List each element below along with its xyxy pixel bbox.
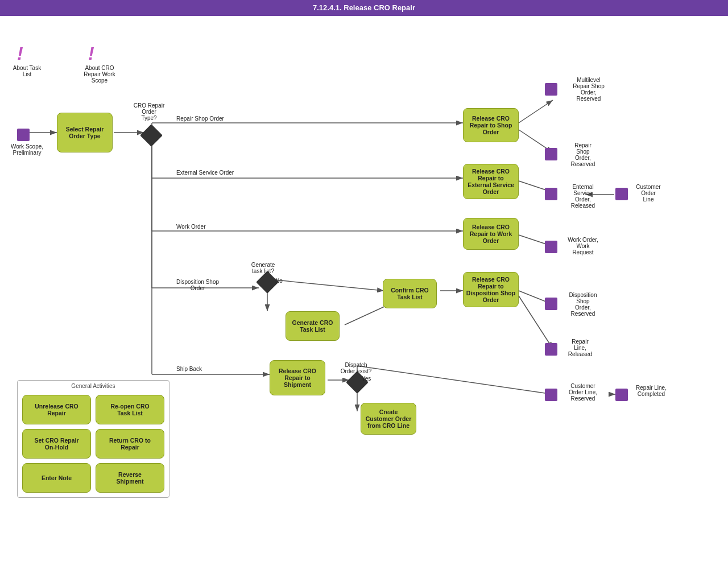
release-disposition-box[interactable]: Release CRORepair toDisposition ShopOrde… <box>463 272 519 307</box>
general-activities-title: General Activities <box>18 381 169 393</box>
dispatch-question-label: DispatchOrder exist? <box>336 362 377 374</box>
order-type-diamond <box>140 124 163 147</box>
about-task-exclaim: ! <box>17 43 23 64</box>
about-cro-exclaim: ! <box>88 43 94 64</box>
create-customer-box[interactable]: CreateCustomer Orderfrom CRO Line <box>361 403 416 435</box>
repair-line-released-label: RepairLine,Released <box>557 339 603 357</box>
repair-shop-order-label: Repair Shop Order <box>176 115 224 122</box>
customer-order-reserved-sq <box>545 389 557 401</box>
external-service-label: External Service Order <box>176 170 234 176</box>
customer-order-reserved-label: CustomerOrder Line,Reserved <box>557 383 609 402</box>
disposition-shop-label: Disposition ShopOrder <box>176 279 219 291</box>
no-label: No <box>275 278 283 284</box>
set-onhold-btn[interactable]: Set CRO RepairOn-Hold <box>22 429 91 459</box>
work-order-request-label: Work Order,WorkRequest <box>557 237 609 255</box>
external-service-released-label: EnternalServiceOrder,Released <box>557 184 609 209</box>
release-work-box[interactable]: Release CRORepair to WorkOrder <box>463 218 519 250</box>
work-scope-sq <box>17 129 30 141</box>
disposition-sq <box>545 298 557 310</box>
yes-label: Yes <box>362 375 371 382</box>
svg-line-20 <box>275 280 384 291</box>
return-to-repair-btn[interactable]: Return CRO toRepair <box>96 429 164 459</box>
dispatch-diamond <box>346 371 369 394</box>
select-repair-box[interactable]: Select RepairOrder Type <box>57 113 113 152</box>
customer-order-line-label: CustomerOrderLine <box>626 184 671 203</box>
repair-shop-sq <box>545 148 557 160</box>
work-scope-label: Work Scope,Preliminary <box>6 143 48 156</box>
reopen-task-btn[interactable]: Re-open CROTask List <box>96 395 164 424</box>
about-cro-label: About CRORepair WorkScope <box>74 65 125 84</box>
svg-line-14 <box>519 100 553 123</box>
ship-back-label: Ship Back <box>176 366 202 372</box>
multilevel-label: MultilevelRepair ShopOrder,Reserved <box>557 77 620 102</box>
unrelease-cro-btn[interactable]: Unrelease CRORepair <box>22 395 91 424</box>
enter-note-btn[interactable]: Enter Note <box>22 463 91 493</box>
repair-shop-reserved-label: RepairShopOrder,Reserved <box>557 142 609 167</box>
multilevel-sq <box>545 83 557 96</box>
reverse-shipment-btn[interactable]: ReverseShipment <box>96 463 164 493</box>
confirm-task-box[interactable]: Confirm CROTask List <box>383 279 437 308</box>
release-shipment-box[interactable]: Release CRORepair toShipment <box>270 360 325 395</box>
work-order-sq <box>545 241 557 253</box>
general-activities-container: General Activities Unrelease CRORepair R… <box>17 380 169 498</box>
release-shop-box[interactable]: Release CRORepair to ShopOrder <box>463 108 519 142</box>
diagram-area: ! About TaskList ! About CRORepair WorkS… <box>0 16 728 586</box>
release-external-box[interactable]: Release CRORepair toExternal ServiceOrde… <box>463 164 519 199</box>
title-bar: 7.12.4.1. Release CRO Repair <box>0 0 728 16</box>
external-service-sq <box>545 188 557 200</box>
generate-task-question: Generatetask list? <box>245 262 282 274</box>
about-task-label: About TaskList <box>6 65 48 77</box>
repair-line-released-sq <box>545 343 557 356</box>
page-title: 7.12.4.1. Release CRO Repair <box>313 3 415 12</box>
generate-cro-box[interactable]: Generate CROTask List <box>286 311 340 341</box>
work-order-label: Work Order <box>176 224 206 230</box>
svg-line-28 <box>357 366 553 394</box>
order-type-label: CRO RepairOrderType? <box>129 102 169 121</box>
disposition-shop-reserved-label: DispositionShopOrder,Reserved <box>557 292 609 317</box>
repair-line-completed-label: Repair Line,Completed <box>626 385 677 397</box>
